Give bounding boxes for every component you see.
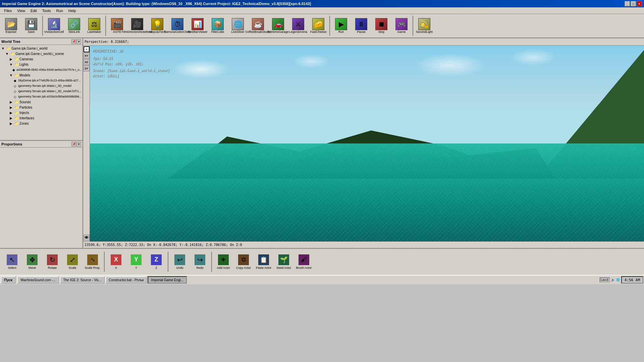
anite-label: AniTE [113, 30, 121, 34]
list-item[interactable]: ◇ igeometry.Terrain.ipk.Water.i_3D_model… [1, 88, 82, 94]
title-bar: Imperial Game Engine 2: Axionometrical a… [0, 0, 644, 7]
maximize-button[interactable]: □ [631, 1, 636, 6]
toolbar-legend[interactable]: ⚔ LegendArena [288, 15, 308, 37]
axis-z-tool[interactable]: Z Z [147, 250, 166, 274]
world-tree-close[interactable]: × [76, 39, 81, 44]
menu-help[interactable]: Help [66, 8, 79, 13]
viewport-toolbar: Perspective: 0.316667; [83, 38, 644, 46]
scale-tool[interactable]: ⤢ Scale [63, 250, 82, 274]
taskbar-audio-icon: 🔊 [611, 278, 615, 282]
list-item[interactable]: ◇ igeometry.Terrain.ipk.Water.i_3D_model [1, 83, 82, 88]
toolbar-ampula[interactable]: 💡 AmpulaТech [148, 15, 167, 37]
brush-actor-tool[interactable]: 🖌 Brush Actor [294, 250, 313, 274]
toolbar-lawmaker[interactable]: ⚖ LawMaker [85, 15, 104, 37]
list-item[interactable]: ▼ 📁 Game.ipk.Game.i_world [1, 46, 82, 51]
menu-files[interactable]: Files [1, 8, 14, 13]
select-tool[interactable]: ↖ Select [3, 250, 21, 274]
tree-node-label: igeometry.Terrain.ipk.Water.i_3D_model [18, 84, 71, 87]
expand-icon: ▶ [9, 110, 13, 115]
actor-icon: ◆ [12, 67, 16, 72]
expand-icon: ▶ [9, 57, 13, 61]
menu-edit[interactable]: Edit [28, 8, 40, 13]
toolbar-game[interactable]: 🎮 Game [392, 15, 411, 37]
toolbar-samurai[interactable]: ⏱ SamuraiGolenClock [168, 15, 187, 37]
toolbar-secondlight[interactable]: 💫 SecondLight [415, 15, 434, 37]
add-actor-label: Add Actor [217, 266, 230, 269]
list-item[interactable]: ◆ a438980B-0b82-436a-934d-ae9a132c757e.i… [1, 67, 82, 72]
legend-icon: ⚔ [292, 18, 304, 30]
toolbar-stop[interactable]: ⏹ Stop [372, 15, 391, 37]
axis-y-tool[interactable]: Y Y [127, 250, 146, 274]
copy-actor-tool[interactable]: ⧉ Copy Actor [234, 250, 253, 274]
list-item[interactable]: ▶ 📁 Interfaces [1, 115, 82, 121]
axis-x-tool[interactable]: X X [107, 250, 125, 274]
list-item[interactable]: ▶ 📁 Zones [1, 121, 82, 126]
redo-tool[interactable]: ↪ Redo [191, 250, 209, 274]
tree-node-label: igeometry.Terrain.ipk.Water.i_3D_model.f… [18, 89, 82, 93]
toolbar-vivisection[interactable]: 🔬 VivisectionCell [44, 15, 64, 37]
toolbar-pause[interactable]: ⏸ Pause [352, 15, 371, 37]
toolbar-coffee[interactable]: ☕ CoffeeBreakStudio [248, 15, 268, 37]
toolbar-extreme[interactable]: 🚗 ExtremeGarage [268, 15, 288, 37]
axis-z-label: Z [155, 266, 157, 269]
run-label: Run [338, 30, 344, 34]
add-actor-tool[interactable]: + Add Actor [214, 250, 233, 274]
start-button[interactable]: Пуск [1, 276, 16, 284]
toolbar-film-directors[interactable]: 🎥 FilmDirectorsNoteBook [127, 15, 147, 37]
list-item[interactable]: ▶ 📁 Injects [1, 110, 82, 115]
paste-actor-tool[interactable]: 📋 Paste Actor [254, 250, 273, 274]
viewport-canvas[interactable]: PERSPECTIVE: 3D fps: 60.81 World Pos: x8… [90, 46, 644, 241]
taskbar-item-ige2[interactable]: The IGE 2: Source - Vis... [60, 276, 105, 284]
proportions-pin[interactable]: 📌 [71, 142, 76, 146]
minimize-button[interactable]: _ [625, 1, 630, 6]
undo-label: Undo [176, 266, 183, 269]
list-item[interactable]: ▼ 📁 Game.ipk.Game.i_world.i_scene [1, 51, 82, 56]
toolbar-anite[interactable]: 🎬 AniTE [107, 15, 127, 37]
menu-view[interactable]: View [14, 8, 28, 13]
toolbar-skinlink[interactable]: 🔗 SkinLink [64, 15, 84, 37]
list-item[interactable]: ▶ 📁 Sounds [1, 99, 82, 105]
title-bar-buttons: _ □ × [625, 1, 642, 6]
move-tool[interactable]: ✥ Move [23, 250, 42, 274]
view-xy-button[interactable]: XY [84, 53, 90, 59]
list-item[interactable]: ◇ igeometry.Terrain.ipk.e039c0cf80ad4699… [1, 94, 82, 99]
menu-tools[interactable]: Tools [40, 8, 54, 13]
paste-actor-icon: 📋 [258, 254, 269, 265]
proportions-close[interactable]: × [76, 142, 81, 146]
expand-icon: ▼ [9, 62, 13, 67]
toolbar-livesilver[interactable]: 🌐 LiveSilver [228, 15, 248, 37]
taskbar-item-constructor[interactable]: Constructor.bat - Рпльк [105, 276, 147, 284]
exposer-label: Exposer [5, 30, 16, 34]
list-item[interactable]: ◆ SkyDome.ipk.e77e62f6-5c23-45ba-b80b-a2… [1, 78, 82, 83]
toolbar-fastcheese[interactable]: 🧀 FastCheese [309, 15, 328, 37]
world-tree-pin[interactable]: 📌 [71, 39, 76, 44]
close-button[interactable]: × [637, 1, 642, 6]
rotate-tool[interactable]: ↻ Rotate [43, 250, 62, 274]
view-3d-button[interactable]: + [84, 46, 90, 52]
expand-icon: ▶ [9, 105, 13, 110]
status-text: 23599.6; Y:3555.55; Z:7222.33; On X:-0.8… [85, 243, 242, 247]
view-xz-button[interactable]: XZ [84, 59, 90, 65]
list-item[interactable]: ▼ 📁 Lights [1, 62, 82, 67]
list-item[interactable]: ▶ 📁 Cameras [1, 56, 82, 62]
undo-tool[interactable]: ↩ Undo [170, 250, 189, 274]
bottom-sep-1 [104, 252, 105, 272]
taskbar-item-machiinia[interactable]: MachiniaSound.com -... [17, 276, 59, 284]
list-item[interactable]: ▼ 📁 Models [1, 72, 82, 78]
toolbar-exposer[interactable]: 📂 Exposer [1, 15, 21, 37]
view-zy-button[interactable]: ZY [84, 65, 90, 71]
list-item[interactable]: ▶ 📁 Particles [1, 105, 82, 110]
coffee-icon: ☕ [252, 18, 264, 30]
toolbar-save[interactable]: 💾 Save [21, 15, 41, 37]
toolbar-bestbar[interactable]: 📊 BestBarViewer [188, 15, 207, 37]
toolbar-flitecube[interactable]: 📦 FliteCube [208, 15, 227, 37]
ampula-icon: 💡 [151, 18, 163, 30]
menu-run[interactable]: Run [54, 8, 66, 13]
view-eye-button[interactable]: 👁 [84, 235, 90, 241]
folder-icon: 📁 [14, 100, 19, 104]
toolbar-run[interactable]: ▶ Run [331, 15, 351, 37]
taskbar-item-imperial[interactable]: Imperial Game Engi... [148, 276, 187, 284]
scale-prop-tool[interactable]: ⤡ Scale Prop. [83, 250, 102, 274]
seed-actor-tool[interactable]: 🌱 Seed Actor [274, 250, 293, 274]
folder-icon: 📁 [6, 46, 11, 51]
